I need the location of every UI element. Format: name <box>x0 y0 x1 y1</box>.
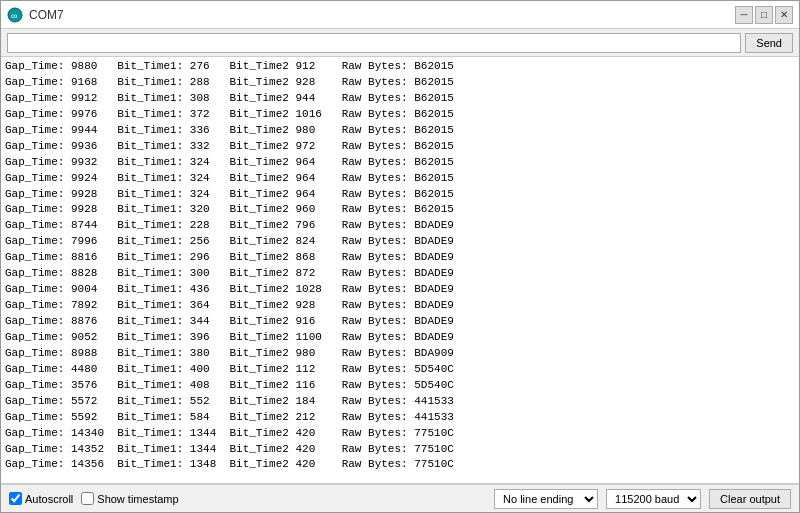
title-controls: ─ □ ✕ <box>735 6 793 24</box>
maximize-button[interactable]: □ <box>755 6 773 24</box>
minimize-button[interactable]: ─ <box>735 6 753 24</box>
serial-line: Gap_Time: 9912 Bit_Time1: 308 Bit_Time2 … <box>5 91 795 107</box>
title-bar-left: ∞ COM7 <box>7 7 64 23</box>
serial-line: Gap_Time: 8876 Bit_Time1: 344 Bit_Time2 … <box>5 314 795 330</box>
arduino-icon: ∞ <box>7 7 23 23</box>
serial-line: Gap_Time: 7892 Bit_Time1: 364 Bit_Time2 … <box>5 298 795 314</box>
serial-line: Gap_Time: 9936 Bit_Time1: 332 Bit_Time2 … <box>5 139 795 155</box>
serial-line: Gap_Time: 9932 Bit_Time1: 324 Bit_Time2 … <box>5 155 795 171</box>
serial-line: Gap_Time: 9052 Bit_Time1: 396 Bit_Time2 … <box>5 330 795 346</box>
svg-text:∞: ∞ <box>11 11 17 21</box>
autoscroll-checkbox[interactable] <box>9 492 22 505</box>
serial-line: Gap_Time: 7996 Bit_Time1: 256 Bit_Time2 … <box>5 234 795 250</box>
status-bar: Autoscroll Show timestamp No line ending… <box>1 484 799 512</box>
serial-line: Gap_Time: 3576 Bit_Time1: 408 Bit_Time2 … <box>5 378 795 394</box>
serial-line: Gap_Time: 9928 Bit_Time1: 324 Bit_Time2 … <box>5 187 795 203</box>
line-ending-dropdown[interactable]: No line endingNewlineCarriage returnBoth… <box>494 489 598 509</box>
serial-line: Gap_Time: 8816 Bit_Time1: 296 Bit_Time2 … <box>5 250 795 266</box>
serial-line: Gap_Time: 9880 Bit_Time1: 276 Bit_Time2 … <box>5 59 795 75</box>
serial-line: Gap_Time: 5592 Bit_Time1: 584 Bit_Time2 … <box>5 410 795 426</box>
serial-line: Gap_Time: 9976 Bit_Time1: 372 Bit_Time2 … <box>5 107 795 123</box>
send-input[interactable] <box>7 33 741 53</box>
window-title: COM7 <box>29 8 64 22</box>
serial-line: Gap_Time: 14352 Bit_Time1: 1344 Bit_Time… <box>5 442 795 458</box>
serial-line: Gap_Time: 8988 Bit_Time1: 380 Bit_Time2 … <box>5 346 795 362</box>
serial-line: Gap_Time: 9004 Bit_Time1: 436 Bit_Time2 … <box>5 282 795 298</box>
serial-output[interactable]: Gap_Time: 9880 Bit_Time1: 276 Bit_Time2 … <box>1 57 799 484</box>
show-timestamp-checkbox[interactable] <box>81 492 94 505</box>
title-bar: ∞ COM7 ─ □ ✕ <box>1 1 799 29</box>
autoscroll-checkbox-label[interactable]: Autoscroll <box>9 492 73 505</box>
serial-line: Gap_Time: 4480 Bit_Time1: 400 Bit_Time2 … <box>5 362 795 378</box>
autoscroll-label: Autoscroll <box>25 493 73 505</box>
show-timestamp-checkbox-label[interactable]: Show timestamp <box>81 492 178 505</box>
serial-line: Gap_Time: 5572 Bit_Time1: 552 Bit_Time2 … <box>5 394 795 410</box>
main-window: ∞ COM7 ─ □ ✕ Send Gap_Time: 9880 Bit_Tim… <box>0 0 800 513</box>
toolbar: Send <box>1 29 799 57</box>
send-button[interactable]: Send <box>745 33 793 53</box>
serial-line: Gap_Time: 14356 Bit_Time1: 1348 Bit_Time… <box>5 457 795 473</box>
serial-line: Gap_Time: 14340 Bit_Time1: 1344 Bit_Time… <box>5 426 795 442</box>
serial-line: Gap_Time: 9944 Bit_Time1: 336 Bit_Time2 … <box>5 123 795 139</box>
close-button[interactable]: ✕ <box>775 6 793 24</box>
serial-line: Gap_Time: 9928 Bit_Time1: 320 Bit_Time2 … <box>5 202 795 218</box>
serial-line: Gap_Time: 9168 Bit_Time1: 288 Bit_Time2 … <box>5 75 795 91</box>
serial-line: Gap_Time: 8744 Bit_Time1: 228 Bit_Time2 … <box>5 218 795 234</box>
baud-rate-dropdown[interactable]: 300 baud1200 baud2400 baud4800 baud9600 … <box>606 489 701 509</box>
serial-line: Gap_Time: 8828 Bit_Time1: 300 Bit_Time2 … <box>5 266 795 282</box>
clear-output-button[interactable]: Clear output <box>709 489 791 509</box>
show-timestamp-label: Show timestamp <box>97 493 178 505</box>
serial-line: Gap_Time: 9924 Bit_Time1: 324 Bit_Time2 … <box>5 171 795 187</box>
